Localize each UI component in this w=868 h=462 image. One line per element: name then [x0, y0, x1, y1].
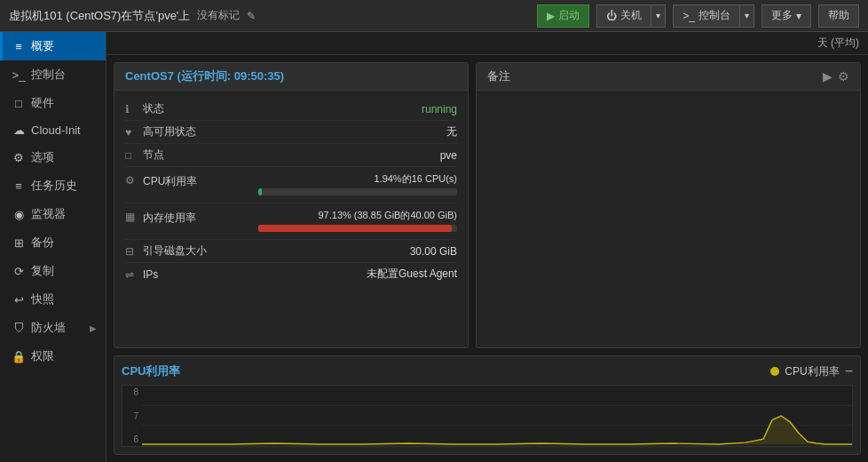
node-icon: □	[125, 149, 143, 162]
info-icon: ℹ	[125, 103, 143, 116]
topbar: 虚拟机101 (CentOS7)在节点'pve'上 没有标记 ✎ ▶ 启动 ⏻ …	[0, 0, 868, 32]
notes-actions: ▶ ⚙	[823, 69, 849, 84]
node-label: 节点	[143, 147, 258, 163]
topbar-title: 虚拟机101 (CentOS7)在节点'pve'上 没有标记 ✎	[9, 8, 528, 24]
sidebar-item-label: 选项	[31, 149, 54, 165]
cpu-progress-bar	[258, 188, 457, 195]
cpu-progress-text: 1.94%的16 CPU(s)	[374, 172, 457, 186]
sidebar-item-cloudinit[interactable]: ☁ Cloud-Init	[0, 117, 106, 143]
ha-row: ♥ 高可用状态 无	[125, 121, 457, 144]
shutdown-dropdown-button[interactable]: ▾	[651, 4, 666, 28]
legend-dot	[770, 367, 779, 376]
sidebar-item-label: 概要	[31, 38, 54, 54]
legend-label: CPU利用率	[785, 364, 839, 379]
vm-title: 虚拟机101 (CentOS7)在节点'pve'上	[9, 8, 190, 24]
memory-progress-text: 97.13% (38.85 GiB的40.00 GiB)	[318, 209, 457, 222]
sidebar-item-label: 任务历史	[31, 178, 77, 194]
notes-panel: 备注 ▶ ⚙	[476, 62, 861, 348]
memory-progress-bar	[258, 225, 457, 232]
sidebar-item-snapshot[interactable]: ↩ 快照	[0, 285, 106, 314]
info-panel-header: CentOS7 (运行时间: 09:50:35)	[114, 63, 468, 91]
info-panel: CentOS7 (运行时间: 09:50:35) ℹ 状态 running ♥ …	[114, 62, 469, 348]
summary-icon: ≡	[12, 40, 26, 53]
status-value: running	[258, 103, 457, 116]
cpu-progress-container: 1.94%的16 CPU(s)	[258, 172, 457, 197]
ha-label: 高可用状态	[143, 124, 258, 139]
replicate-icon: ⟳	[12, 265, 26, 278]
sidebar-item-firewall[interactable]: ⛉ 防火墙 ▶	[0, 314, 106, 342]
ips-row: ⇌ IPs 未配置Guest Agent	[125, 263, 457, 285]
sidebar-item-monitor[interactable]: ◉ 监视器	[0, 200, 106, 228]
panels-row: CentOS7 (运行时间: 09:50:35) ℹ 状态 running ♥ …	[107, 55, 868, 355]
snapshot-icon: ↩	[12, 293, 26, 307]
console-btn-group: >_ 控制台 ▾	[673, 4, 754, 28]
topbar-actions: ▶ 启动 ⏻ 关机 ▾ >_ 控制台 ▾ 更多 ▾	[537, 4, 859, 28]
sidebar-item-label: 防火墙	[31, 320, 66, 336]
ips-value: 未配置Guest Agent	[258, 267, 457, 282]
chart-header: CPU利用率 CPU利用率 −	[122, 363, 853, 379]
time-range-label: 天 (平均)	[817, 36, 859, 51]
firewall-icon: ⛉	[12, 322, 26, 335]
console-dropdown-button[interactable]: ▾	[740, 4, 754, 28]
more-dropdown-icon: ▾	[796, 10, 801, 22]
chart-svg	[142, 386, 852, 446]
shutdown-btn-group: ⏻ 关机 ▾	[596, 4, 666, 28]
status-row: ℹ 状态 running	[125, 98, 457, 121]
sidebar-item-summary[interactable]: ≡ 概要	[0, 32, 106, 60]
sidebar-item-label: 监视器	[31, 206, 66, 222]
sidebar: ≡ 概要 >_ 控制台 □ 硬件 ☁ Cloud-Init ⚙ 选项 ≡ 任务历…	[0, 32, 107, 462]
sidebar-item-label: 控制台	[31, 67, 66, 83]
chart-minus-button[interactable]: −	[845, 364, 853, 378]
chart-area: 8 7 6	[122, 385, 853, 447]
permissions-icon: 🔒	[12, 350, 26, 363]
sidebar-item-hardware[interactable]: □ 硬件	[0, 89, 106, 117]
console-icon: >_	[683, 10, 695, 22]
sidebar-item-label: 备份	[31, 235, 54, 251]
sidebar-item-backup[interactable]: ⊞ 备份	[0, 228, 106, 257]
help-button[interactable]: 帮助	[818, 4, 859, 28]
chart-y-labels: 8 7 6	[122, 386, 140, 446]
sidebar-item-console[interactable]: >_ 控制台	[0, 60, 106, 89]
options-icon: ⚙	[12, 151, 26, 164]
chart-section: CPU利用率 CPU利用率 − 8 7 6	[114, 355, 861, 455]
console-nav-icon: >_	[12, 68, 26, 82]
edit-tag-icon[interactable]: ✎	[247, 10, 256, 22]
start-button[interactable]: ▶ 启动	[537, 4, 589, 28]
notes-play-icon[interactable]: ▶	[823, 69, 832, 84]
cpu-icon: ⚙	[125, 174, 143, 187]
shutdown-button[interactable]: ⏻ 关机	[596, 4, 651, 28]
monitor-icon: ◉	[12, 208, 26, 221]
start-btn-group: ▶ 启动	[537, 4, 589, 28]
more-button[interactable]: 更多 ▾	[761, 4, 811, 28]
sidebar-item-label: 快照	[31, 291, 54, 307]
chart-title: CPU利用率	[122, 363, 180, 379]
sidebar-item-replicate[interactable]: ⟳ 复制	[0, 257, 106, 285]
backup-icon: ⊞	[12, 236, 26, 250]
more-btn-group: 更多 ▾	[761, 4, 811, 28]
chevron-down-icon: ▾	[656, 11, 660, 20]
status-label: 状态	[143, 101, 258, 116]
chart-grid	[142, 386, 852, 446]
ha-icon: ♥	[125, 126, 143, 139]
content-top-bar: 天 (平均)	[107, 32, 868, 55]
cpu-label: CPU利用率	[143, 174, 258, 189]
ips-icon: ⇌	[125, 268, 143, 281]
console-button[interactable]: >_ 控制台	[673, 4, 740, 28]
node-value: pve	[258, 149, 457, 162]
cpu-progress-fill	[258, 188, 262, 195]
ha-value: 无	[258, 124, 457, 139]
sidebar-item-permissions[interactable]: 🔒 权限	[0, 342, 106, 370]
disk-label: 引导磁盘大小	[143, 243, 258, 259]
sidebar-item-label: 硬件	[31, 95, 54, 111]
notes-settings-icon[interactable]: ⚙	[838, 69, 849, 84]
sidebar-item-label: 权限	[31, 348, 54, 364]
chart-y-label-8: 8	[124, 387, 138, 397]
chart-y-label-6: 6	[124, 434, 138, 444]
cpu-row: ⚙ CPU利用率 1.94%的16 CPU(s)	[125, 167, 457, 203]
power-icon: ⏻	[606, 10, 617, 22]
sidebar-item-options[interactable]: ⚙ 选项	[0, 143, 106, 171]
memory-progress-fill	[258, 225, 452, 232]
memory-row: ▦ 内存使用率 97.13% (38.85 GiB的40.00 GiB)	[125, 203, 457, 240]
memory-label: 内存使用率	[143, 211, 258, 226]
sidebar-item-taskhistory[interactable]: ≡ 任务历史	[0, 171, 106, 200]
